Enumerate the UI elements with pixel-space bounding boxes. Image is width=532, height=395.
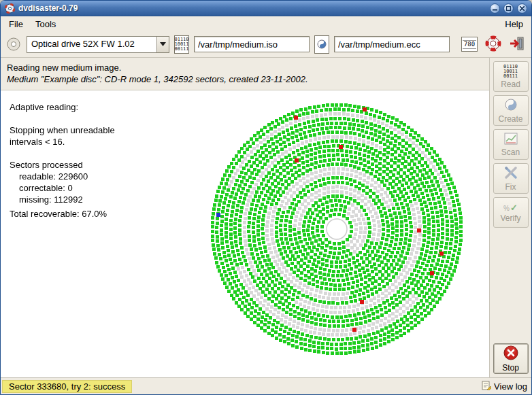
toolbar: Optical drive 52X FW 1.02 01110 10011 00… bbox=[1, 31, 531, 58]
menubar: File Tools Help bbox=[1, 16, 531, 31]
readable-count: readable: 229600 bbox=[10, 171, 115, 182]
left-column: Reading new medium image. Medium "Exampl… bbox=[1, 58, 489, 377]
app-window: dvdisaster-0.79 File Tools Help Optical … bbox=[0, 0, 532, 395]
exit-door-icon bbox=[509, 35, 525, 54]
iso-file-icon: 01110 10011 00111 bbox=[174, 35, 189, 54]
close-button[interactable] bbox=[517, 3, 527, 14]
menu-help[interactable]: Help bbox=[499, 18, 529, 31]
iso-path-input[interactable] bbox=[194, 36, 310, 52]
status-header-line1: Reading new medium image. bbox=[7, 62, 483, 73]
quit-button[interactable] bbox=[508, 34, 527, 55]
preferences-button[interactable]: 780 bbox=[460, 35, 479, 53]
reading-info: Adaptive reading: Stopping when unreadab… bbox=[10, 101, 115, 220]
scan-icon bbox=[504, 133, 518, 147]
log-icon bbox=[482, 381, 491, 392]
ecc-path-input[interactable] bbox=[334, 36, 450, 52]
total-recoverable: Total recoverable: 67.0% bbox=[10, 208, 115, 220]
window-title: dvdisaster-0.79 bbox=[18, 3, 486, 13]
read-binary-icon: 01110 10011 00111 bbox=[503, 65, 518, 79]
fix-button[interactable]: Fix bbox=[493, 163, 529, 194]
missing-count: missing: 112992 bbox=[10, 194, 115, 205]
app-icon bbox=[5, 3, 15, 14]
preferences-icon: 780 bbox=[461, 37, 478, 52]
menu-tools[interactable]: Tools bbox=[29, 18, 62, 31]
create-icon bbox=[504, 98, 518, 114]
body: Reading new medium image. Medium "Exampl… bbox=[1, 58, 531, 377]
menu-file[interactable]: File bbox=[3, 18, 29, 31]
view-log-button[interactable]: View log bbox=[482, 381, 527, 392]
medium-info-line: Medium "Example disc": CD-R mode 1, 3425… bbox=[7, 73, 483, 85]
scan-button[interactable]: Scan bbox=[493, 129, 529, 160]
statusbar: Sector 333680, try 2: success View log bbox=[1, 377, 531, 394]
reading-panel: Adaptive reading: Stopping when unreadab… bbox=[1, 90, 489, 377]
verify-button[interactable]: %✓ Verify bbox=[493, 197, 529, 228]
maximize-button[interactable] bbox=[503, 3, 514, 14]
status-header: Reading new medium image. Medium "Exampl… bbox=[1, 58, 489, 90]
titlebar[interactable]: dvdisaster-0.79 bbox=[1, 1, 531, 16]
drive-select-value: Optical drive 52X FW 1.02 bbox=[27, 37, 156, 52]
sectors-processed-label: Sectors processed bbox=[10, 159, 115, 171]
minimize-button[interactable] bbox=[490, 3, 500, 14]
verify-icon: %✓ bbox=[503, 203, 518, 213]
help-button[interactable] bbox=[484, 34, 503, 55]
drive-icon bbox=[5, 36, 22, 52]
adaptive-reading-label: Adaptive reading: bbox=[10, 101, 115, 113]
stop-icon bbox=[503, 345, 518, 362]
read-button[interactable]: 01110 10011 00111 Read bbox=[493, 61, 529, 92]
drive-select[interactable]: Optical drive 52X FW 1.02 bbox=[27, 36, 169, 53]
stop-button[interactable]: Stop bbox=[493, 343, 529, 374]
stopping-line2: intervals < 16. bbox=[10, 136, 115, 148]
lifebuoy-icon bbox=[485, 35, 501, 54]
stopping-line1: Stopping when unreadable bbox=[10, 124, 115, 136]
ecc-file-icon bbox=[314, 35, 329, 54]
chevron-down-icon[interactable] bbox=[156, 37, 169, 52]
action-sidebar: 01110 10011 00111 Read Create bbox=[489, 58, 531, 377]
status-message: Sector 333680, try 2: success bbox=[2, 380, 132, 393]
create-button[interactable]: Create bbox=[493, 95, 529, 126]
correctable-count: correctable: 0 bbox=[10, 182, 115, 194]
fix-tools-icon bbox=[504, 166, 518, 182]
